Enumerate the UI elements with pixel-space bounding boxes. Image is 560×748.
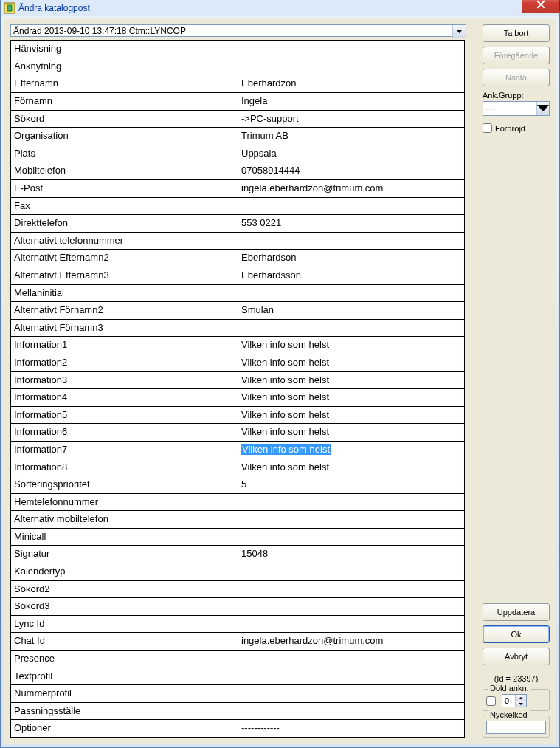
grid-row: Lync Id [11, 615, 464, 633]
client-area: Ändrad 2013-09-10 13:47:18 Ctm::LYNCOP H… [4, 18, 556, 744]
field-value[interactable] [238, 198, 464, 215]
grid-row: Information6Vilken info som helst [11, 423, 464, 441]
grid-row: Signatur15048 [11, 545, 464, 563]
field-value[interactable]: 5 [238, 476, 464, 493]
ok-button[interactable]: Ok [483, 625, 550, 643]
dold-ankn-group: Dold ankn. 0 [483, 689, 550, 711]
field-value[interactable]: Vilken info som helst [238, 372, 464, 389]
field-value[interactable]: Vilken info som helst [238, 354, 464, 371]
grid-row: Information2Vilken info som helst [11, 354, 464, 371]
field-label: Förnamn [11, 93, 238, 110]
field-value[interactable]: ------------ [238, 720, 464, 737]
field-value[interactable]: 553 0221 [238, 215, 464, 232]
grid-row: Textprofil [11, 668, 464, 685]
field-label: Sökord3 [11, 598, 238, 615]
field-label: Anknytning [11, 58, 238, 75]
field-label: Alternativt Förnamn2 [11, 302, 238, 319]
field-label: Efternamn [11, 75, 238, 92]
field-value[interactable]: Smulan [238, 302, 464, 319]
field-value[interactable] [238, 233, 464, 250]
field-value[interactable]: Eberhardzon [238, 75, 464, 92]
grid-row: Passningsställe [11, 702, 464, 720]
field-value[interactable]: Vilken info som helst [238, 459, 464, 476]
field-label: Sökord2 [11, 581, 238, 598]
field-label: Information5 [11, 407, 238, 424]
field-label: Nummerprofil [11, 685, 238, 702]
grid-row: Information7Vilken info som helst [11, 441, 464, 459]
field-value[interactable] [238, 668, 464, 685]
right-pane: Ta bort Föregående Nästa Ank.Grupp: --- [475, 24, 550, 738]
window-title: Ändra katalogpost [18, 3, 90, 13]
grid-row: Information1Vilken info som helst [11, 336, 464, 354]
fordrojd-input[interactable] [483, 123, 492, 133]
foregaende-button[interactable]: Föregående [483, 47, 550, 64]
field-value[interactable]: ingela.eberhardzon@trimum.com [238, 180, 464, 197]
history-combo-value: Ändrad 2013-09-10 13:47:18 Ctm::LYNCOP [13, 26, 186, 36]
grid-row: Direkttelefon553 0221 [11, 214, 464, 232]
close-button[interactable] [522, 0, 560, 13]
grid-row: Alternativt Förnamn3 [11, 319, 464, 337]
field-value[interactable]: 15048 [238, 546, 464, 563]
field-label: Information2 [11, 354, 238, 371]
tabort-button[interactable]: Ta bort [483, 24, 550, 42]
field-value[interactable] [238, 581, 464, 598]
nasta-button[interactable]: Nästa [483, 69, 550, 86]
field-value[interactable]: Ingela [238, 93, 464, 110]
field-value[interactable]: Vilken info som helst [238, 337, 464, 354]
grid-row: PlatsUppsala [11, 145, 464, 162]
fordrojd-checkbox[interactable]: Fördröjd [483, 123, 550, 133]
field-value[interactable] [238, 651, 464, 668]
field-value[interactable] [238, 320, 464, 337]
field-value[interactable] [238, 703, 464, 720]
field-value[interactable]: Vilken info som helst [238, 407, 464, 424]
field-label: Kalendertyp [11, 563, 238, 580]
field-label: Organisation [11, 128, 238, 145]
spin-down-icon[interactable] [516, 701, 526, 707]
field-label: Optioner [11, 720, 238, 737]
field-value[interactable] [238, 511, 464, 528]
field-label: Sorteringsprioritet [11, 476, 238, 493]
field-value[interactable] [238, 494, 464, 511]
field-value[interactable]: Vilken info som helst [238, 442, 464, 459]
field-value[interactable]: Trimum AB [238, 128, 464, 145]
chevron-down-icon[interactable] [536, 102, 549, 115]
field-value[interactable]: 07058914444 [238, 162, 464, 179]
field-value[interactable] [238, 529, 464, 546]
field-label: Fax [11, 198, 238, 215]
spin-up-icon[interactable] [516, 695, 526, 701]
grid-row: OrganisationTrimum AB [11, 127, 464, 145]
grid-row: Kalendertyp [11, 563, 464, 580]
field-label: Direkttelefon [11, 215, 238, 232]
grid-row: Sökord->PC-support [11, 110, 464, 128]
field-label: Sökord [11, 111, 238, 128]
history-combo[interactable]: Ändrad 2013-09-10 13:47:18 Ctm::LYNCOP [10, 24, 466, 37]
field-value[interactable] [238, 685, 464, 702]
grid-row: FörnamnIngela [11, 92, 464, 110]
field-value[interactable]: ingela.eberhardzon@trimum.com [238, 633, 464, 650]
field-grid: HänvisningAnknytningEfternamnEberhardzon… [10, 40, 465, 738]
uppdatera-button[interactable]: Uppdatera [483, 603, 550, 621]
dold-ankn-checkbox[interactable] [486, 696, 496, 706]
ank-grupp-combo[interactable]: --- [483, 101, 550, 116]
field-value[interactable] [238, 616, 464, 633]
field-value[interactable]: ->PC-support [238, 111, 464, 128]
field-value[interactable] [238, 41, 464, 58]
grid-row: Presence [11, 650, 464, 668]
field-value[interactable] [238, 563, 464, 580]
field-label: Lync Id [11, 616, 238, 633]
grid-row: Information5Vilken info som helst [11, 406, 464, 424]
field-label: Information4 [11, 389, 238, 406]
field-value[interactable]: Eberhardson [238, 250, 464, 267]
grid-row: Alternativt Efternamn2Eberhardson [11, 249, 464, 267]
avbryt-button[interactable]: Avbryt [483, 648, 550, 665]
field-value[interactable] [238, 598, 464, 615]
field-value[interactable] [238, 285, 464, 302]
field-value[interactable]: Uppsala [238, 145, 464, 162]
field-value[interactable] [238, 58, 464, 75]
field-value[interactable]: Eberhardsson [238, 267, 464, 284]
chevron-down-icon[interactable] [452, 25, 466, 38]
dold-ankn-spin[interactable]: 0 [502, 694, 527, 707]
field-value[interactable]: Vilken info som helst [238, 424, 464, 441]
nyckelkod-input[interactable] [486, 721, 546, 734]
field-value[interactable]: Vilken info som helst [238, 389, 464, 406]
